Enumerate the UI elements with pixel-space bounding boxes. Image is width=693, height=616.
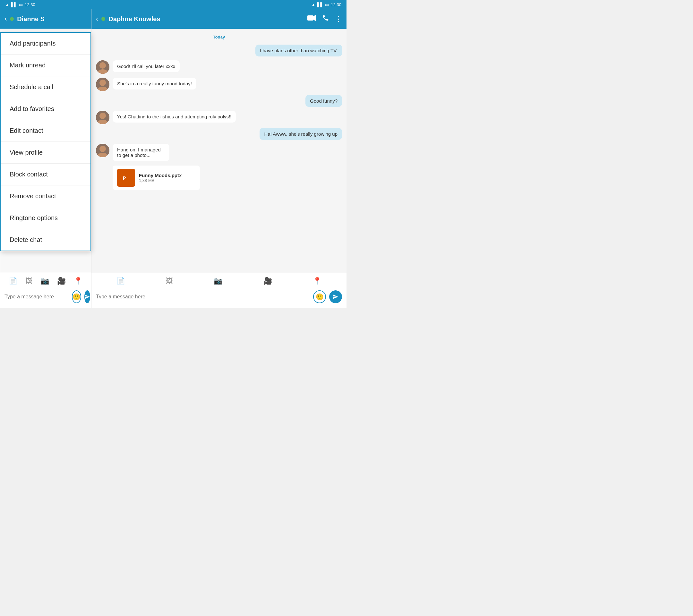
right-contact-name[interactable]: Daphne Knowles	[108, 15, 160, 23]
video-call-icon[interactable]	[308, 15, 316, 23]
right-avatar-3	[96, 111, 110, 124]
right-received-msg-4: Hang on, I managed to get a photo...	[113, 144, 170, 161]
status-bar: ▲ ▌▌ ▭ 12:30 ▲ ▌▌ ▭ 12:30	[0, 0, 346, 9]
menu-schedule-call[interactable]: Schedule a call	[1, 76, 91, 98]
right-tool-gallery[interactable]: 🖼	[166, 277, 173, 285]
signal-icon-left: ▌▌	[11, 2, 17, 7]
left-online-indicator	[10, 17, 14, 21]
menu-block-contact[interactable]: Block contact	[1, 164, 91, 185]
right-message-input[interactable]	[96, 294, 310, 300]
main-content: ‹ Dianne S She...too... Good funn... Yes…	[0, 9, 346, 308]
right-received-msg-2: She's in a really funny mood today!	[113, 78, 196, 90]
menu-ringtone-options[interactable]: Ringtone options	[1, 207, 91, 229]
right-received-msg-3: Yes! Chatting to the fishies and attempt…	[113, 111, 236, 123]
svg-point-16	[99, 146, 106, 152]
file-pptx-icon: P	[117, 169, 135, 187]
file-info: Funny Moods.pptx 1,38 MB	[139, 173, 182, 183]
right-tool-video[interactable]: 🎥	[263, 277, 272, 285]
wifi-icon-right: ▲	[311, 2, 315, 7]
right-avatar-2	[96, 78, 110, 91]
left-panel: ‹ Dianne S She...too... Good funn... Yes…	[0, 9, 92, 308]
right-input-row: 🙂	[92, 289, 346, 306]
right-received-row-3: Yes! Chatting to the fishies and attempt…	[96, 111, 342, 124]
phone-call-icon[interactable]	[322, 15, 329, 23]
right-online-indicator	[101, 17, 105, 21]
right-tool-document[interactable]: 📄	[117, 277, 125, 285]
svg-rect-4	[308, 15, 313, 21]
menu-remove-contact[interactable]: Remove contact	[1, 185, 91, 207]
svg-marker-5	[313, 15, 316, 21]
right-received-msg-1: Good! I'll call you later xxxx	[113, 60, 180, 72]
left-contact-name[interactable]: Dianne S	[17, 15, 45, 23]
right-sent-msg-2: Good funny?	[305, 95, 342, 107]
status-bar-right: ▲ ▌▌ ▭ 12:30	[311, 2, 341, 7]
right-emoji-button[interactable]: 🙂	[313, 290, 326, 303]
right-bottom-bar: 📄 🖼 📷 🎥 📍 🙂	[92, 273, 346, 308]
right-received-row-1: Good! I'll call you later xxxx	[96, 60, 342, 74]
battery-icon-right: ▭	[325, 2, 329, 7]
file-name: Funny Moods.pptx	[139, 173, 182, 178]
svg-point-7	[99, 62, 106, 69]
file-attachment[interactable]: P Funny Moods.pptx 1,38 MB	[113, 165, 200, 190]
right-chat-header: ‹ Daphne Knowles ⋮	[92, 9, 346, 29]
right-tool-location[interactable]: 📍	[313, 277, 321, 285]
left-back-button[interactable]: ‹	[4, 15, 7, 23]
right-messages: Today I have plans other than watching T…	[92, 29, 346, 273]
svg-point-13	[99, 113, 106, 119]
battery-icon-left: ▭	[19, 2, 23, 7]
status-bar-left: ▲ ▌▌ ▭ 12:30	[5, 2, 35, 7]
right-sent-msg-3: Ha! Awww, she's really growing up	[260, 128, 342, 140]
right-tool-camera[interactable]: 📷	[214, 277, 222, 285]
file-size: 1,38 MB	[139, 178, 182, 183]
wifi-icon-left: ▲	[5, 2, 9, 7]
right-header-actions: ⋮	[308, 15, 342, 23]
more-options-icon[interactable]: ⋮	[335, 15, 342, 23]
right-send-button[interactable]	[329, 290, 342, 303]
signal-icon-right: ▌▌	[317, 2, 323, 7]
right-received-row-4: Hang on, I managed to get a photo... P F…	[96, 144, 342, 190]
time-left: 12:30	[25, 2, 35, 7]
right-received-row-2: She's in a really funny mood today!	[96, 78, 342, 91]
right-avatar-4	[96, 144, 110, 157]
left-chat-header: ‹ Dianne S	[0, 9, 91, 29]
time-right: 12:30	[331, 2, 341, 7]
right-back-button[interactable]: ‹	[96, 15, 98, 23]
context-menu: Add participants Mark unread Schedule a …	[0, 32, 91, 251]
right-avatar-1	[96, 60, 110, 74]
date-label: Today	[96, 35, 342, 39]
context-menu-overlay: Add participants Mark unread Schedule a …	[0, 29, 91, 308]
svg-point-10	[99, 80, 106, 86]
right-toolbar: 📄 🖼 📷 🎥 📍	[92, 273, 346, 289]
menu-add-favorites[interactable]: Add to favorites	[1, 98, 91, 120]
menu-view-profile[interactable]: View profile	[1, 142, 91, 164]
menu-add-participants[interactable]: Add participants	[1, 33, 91, 55]
menu-edit-contact[interactable]: Edit contact	[1, 120, 91, 142]
menu-mark-unread[interactable]: Mark unread	[1, 55, 91, 76]
right-panel: ‹ Daphne Knowles ⋮ Today I have plans ot…	[92, 9, 346, 308]
menu-delete-chat[interactable]: Delete chat	[1, 229, 91, 251]
right-sent-msg-1: I have plans other than watching TV.	[255, 45, 342, 57]
svg-text:P: P	[123, 176, 126, 181]
